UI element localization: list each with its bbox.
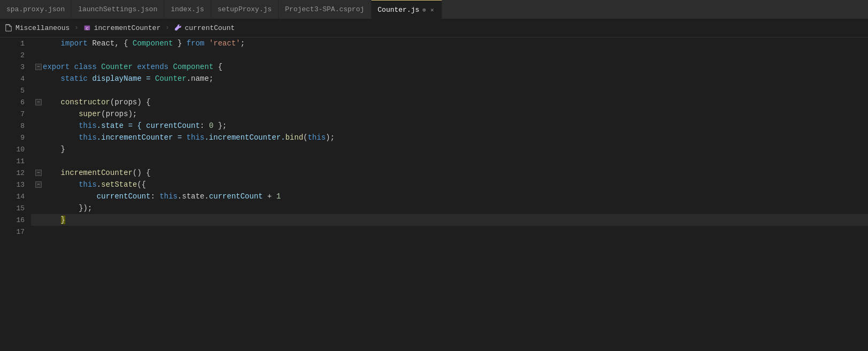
code-token <box>43 98 61 106</box>
code-token: constructor <box>61 98 110 106</box>
code-token: currentCount <box>97 192 151 201</box>
code-token: .incrementCounter = <box>97 133 187 142</box>
code-token: .state. <box>177 192 209 201</box>
code-line-12: − incrementCounter() { <box>31 167 868 179</box>
code-token: () { <box>133 169 151 177</box>
code-token: from <box>187 39 205 48</box>
code-line-11 <box>31 155 868 167</box>
line-number-7: 7 <box>0 108 31 120</box>
line-number-3: 3 <box>0 61 31 73</box>
breadcrumb-symbol1[interactable]: C incrementCounter › <box>83 24 169 32</box>
code-token: import <box>61 39 88 48</box>
tab-label: Counter.js <box>378 6 420 14</box>
code-token: class <box>69 63 101 71</box>
line-number-12: 12 <box>0 167 31 179</box>
code-token: this <box>79 121 97 130</box>
tab-label: setupProxy.js <box>218 5 272 13</box>
collapse-button[interactable]: − <box>35 99 42 105</box>
code-token: bind <box>285 133 304 142</box>
code-token: 1 <box>276 192 281 201</box>
tab-close-icon[interactable]: ✕ <box>429 6 435 14</box>
code-token: this <box>159 192 177 201</box>
line-number-1: 1 <box>0 37 31 49</box>
code-token: export <box>43 63 69 71</box>
tab-index-js[interactable]: index.js <box>164 0 211 19</box>
tab-setup-proxy[interactable]: setupProxy.js <box>211 0 278 19</box>
code-line-10: } <box>31 143 868 155</box>
code-line-14: currentCount: this.state.currentCount + … <box>31 190 868 202</box>
code-token: .state = { <box>97 121 146 130</box>
code-token: Component <box>173 63 214 71</box>
class-icon: C <box>83 24 91 32</box>
code-line-1: import React, { Component } from 'react'… <box>31 37 868 49</box>
code-line-8: this.state = { currentCount: 0 }; <box>31 120 868 132</box>
code-token: this <box>79 180 97 189</box>
tab-project3-csproj[interactable]: Project3-SPA.csproj <box>278 0 371 19</box>
line-gutter: 1234567891011121314151617 <box>0 37 31 351</box>
tab-bar: spa.proxy.jsonlaunchSettings.jsonindex.j… <box>0 0 868 19</box>
breadcrumb-file-label: Miscellaneous <box>15 24 69 32</box>
code-token: } <box>43 216 65 224</box>
svg-text:C: C <box>86 27 88 31</box>
code-token: : <box>151 192 160 201</box>
tab-label: launchSettings.json <box>78 5 157 13</box>
line-number-5: 5 <box>0 85 31 96</box>
code-line-2 <box>31 49 868 61</box>
line-number-15: 15 <box>0 202 31 214</box>
code-line-15: }); <box>31 202 868 214</box>
code-token: React, { <box>88 39 133 48</box>
code-token: displayName = <box>88 74 155 83</box>
collapse-button[interactable]: − <box>35 64 42 70</box>
line-number-10: 10 <box>0 143 31 155</box>
tab-label: Project3-SPA.csproj <box>285 5 364 13</box>
code-line-17 <box>31 226 868 238</box>
code-line-16: ➤ } <box>31 214 868 226</box>
line-number-13: 13 <box>0 179 31 190</box>
code-line-4: static displayName = Counter.name; <box>31 73 868 85</box>
breadcrumb-arrow1: › <box>74 24 78 32</box>
code-token <box>43 133 79 142</box>
code-token: this <box>308 133 326 142</box>
code-token: Counter <box>155 74 187 83</box>
code-token: Counter <box>101 63 133 71</box>
line-number-14: 14 <box>0 190 31 202</box>
code-token <box>43 110 79 118</box>
code-token <box>43 121 79 130</box>
code-token: }); <box>43 204 92 212</box>
code-token: 'react' <box>209 39 241 48</box>
code-area: 1234567891011121314151617 import React, … <box>0 37 868 351</box>
code-token: incrementCounter <box>61 169 133 177</box>
code-token: currentCount <box>146 121 200 130</box>
code-token: } <box>173 39 187 48</box>
line-number-16: 16 <box>0 214 31 226</box>
tab-launch-settings[interactable]: launchSettings.json <box>72 0 164 19</box>
line-number-11: 11 <box>0 155 31 167</box>
breadcrumb-symbol2-label: currentCount <box>185 24 235 32</box>
code-content[interactable]: import React, { Component } from 'react'… <box>31 37 868 351</box>
collapse-button[interactable]: − <box>35 170 42 176</box>
collapse-button[interactable]: − <box>35 181 42 188</box>
code-line-5 <box>31 85 868 96</box>
code-token <box>43 39 61 48</box>
line-number-9: 9 <box>0 132 31 143</box>
code-token: 0 <box>209 121 213 130</box>
code-token: currentCount <box>209 192 263 201</box>
breadcrumb-symbol2[interactable]: currentCount <box>174 24 235 32</box>
tab-counter-js[interactable]: Counter.js⊕✕ <box>371 0 442 19</box>
breadcrumb-file[interactable]: Miscellaneous › <box>4 24 79 32</box>
code-token: (props) { <box>110 98 151 106</box>
code-token: (props); <box>101 110 137 118</box>
tab-spa-proxy[interactable]: spa.proxy.json <box>0 0 72 19</box>
line-number-8: 8 <box>0 120 31 132</box>
code-token: + <box>263 192 276 201</box>
code-token <box>43 169 61 177</box>
highlighted-brace: } <box>61 216 65 224</box>
code-token: this <box>79 133 97 142</box>
code-token: ( <box>303 133 307 142</box>
code-token: Component <box>133 39 173 48</box>
code-token: : <box>200 121 209 130</box>
code-token: setState <box>101 180 137 189</box>
code-token <box>43 192 97 201</box>
line-number-6: 6 <box>0 96 31 108</box>
code-line-7: super(props); <box>31 108 868 120</box>
